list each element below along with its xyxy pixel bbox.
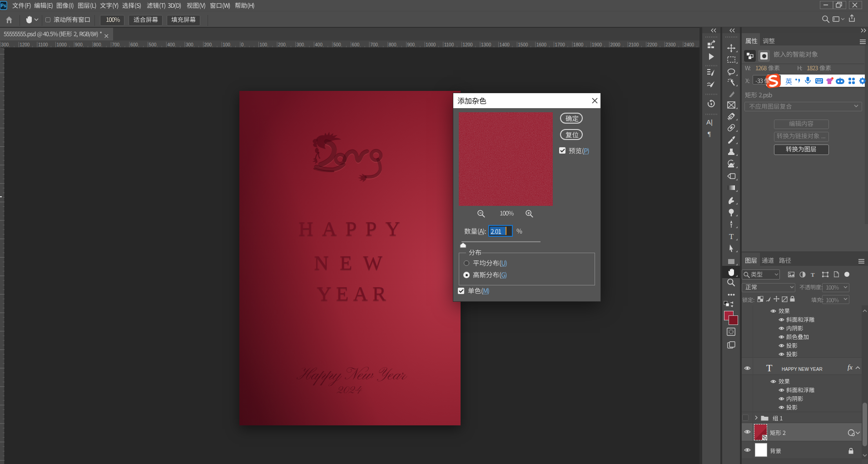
- svg-text:1000: 1000: [426, 42, 436, 47]
- svg-text:1700: 1700: [555, 42, 565, 47]
- svg-text:Ps: Ps: [1, 3, 7, 8]
- svg-text:1900: 1900: [592, 42, 602, 47]
- svg-text:1400: 1400: [500, 42, 510, 47]
- svg-text:1600: 1600: [536, 42, 547, 47]
- svg-text:1200: 1200: [462, 42, 473, 47]
- svg-text:2200: 2200: [647, 42, 658, 47]
- svg-text:1300: 1300: [481, 42, 491, 47]
- svg-text:2400: 2400: [684, 42, 694, 47]
- svg-text:1200: 1200: [20, 42, 30, 47]
- svg-text:0: 0: [241, 42, 244, 47]
- svg-text:1500: 1500: [518, 42, 528, 47]
- svg-text:2100: 2100: [629, 42, 639, 47]
- svg-text:T: T: [729, 232, 734, 241]
- svg-text:1000: 1000: [57, 42, 67, 47]
- svg-text:2300: 2300: [665, 42, 676, 47]
- svg-text:1800: 1800: [573, 42, 584, 47]
- svg-text:2000: 2000: [610, 42, 620, 47]
